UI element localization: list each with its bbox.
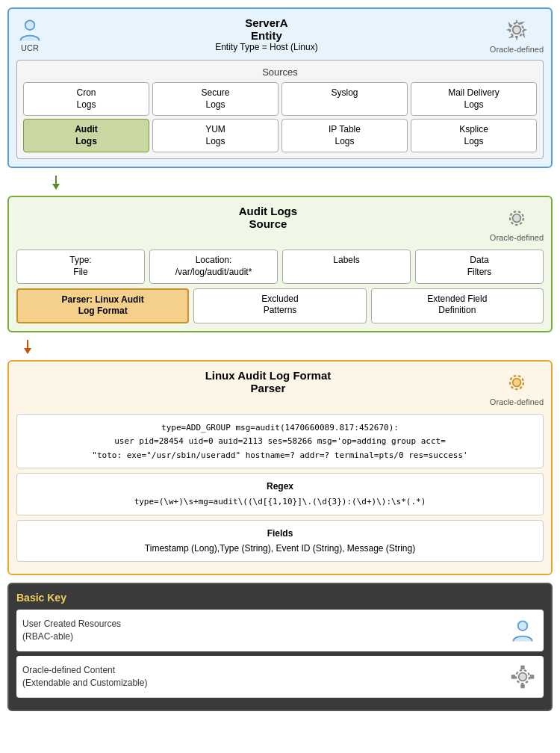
key-person-svg (509, 617, 536, 644)
svg-marker-5 (52, 184, 60, 190)
svg-rect-18 (530, 675, 534, 678)
svg-rect-17 (511, 675, 515, 678)
excluded-patterns[interactable]: ExcludedPatterns (193, 288, 366, 323)
parser-box-header: Linux Audit Log Format Parser Oracle-def… (16, 369, 544, 406)
svg-point-13 (519, 672, 527, 681)
entity-type: Entity Type = Host (Linux) (43, 42, 490, 52)
sources-section: Sources CronLogs SecureLogs Syslog Mail … (16, 60, 544, 159)
oracle-defined-entity-label: Oracle-defined (490, 45, 544, 54)
key-person-icon (508, 616, 538, 645)
parser-oracle-section: Oracle-defined (490, 369, 544, 406)
prop-location[interactable]: Location:/var/log/audit/audit* (149, 250, 278, 283)
source-ksplice-logs[interactable]: KspliceLogs (411, 119, 537, 152)
source-audit-logs[interactable]: AuditLogs (23, 119, 149, 152)
parser-fields-item: Fields Timestamp (Long),Type (String), E… (16, 520, 544, 562)
svg-point-12 (518, 621, 528, 630)
extended-field-definition[interactable]: Extended FieldDefinition (371, 288, 544, 323)
audit-source-title: Audit Logs Source (46, 205, 490, 230)
basic-key-box: Basic Key User Created Resources(RBAC-ab… (7, 583, 553, 711)
prop-data-filters[interactable]: DataFilters (415, 250, 544, 283)
audit-source-oracle-section: Oracle-defined (490, 205, 544, 242)
audit-to-parser-arrow (7, 340, 553, 359)
source-ip-table-logs[interactable]: IP TableLogs (281, 119, 408, 152)
source-yum-logs[interactable]: YUMLogs (152, 119, 279, 152)
oracle-defined-section: Oracle-defined (490, 16, 544, 54)
sources-grid: CronLogs SecureLogs Syslog Mail Delivery… (23, 82, 537, 152)
source-secure-logs[interactable]: SecureLogs (152, 82, 279, 116)
entity-label: Entity (43, 29, 490, 42)
entity-to-audit-arrow (7, 176, 553, 194)
parser-regex-item: Regex type=(\w+)\s+mg=audit\((\d[{1,10}]… (16, 473, 544, 515)
svg-rect-16 (520, 684, 524, 688)
orange-down-arrow-icon (22, 340, 33, 355)
audit-source-gear-icon (503, 205, 530, 232)
parser-linux-audit[interactable]: Parser: Linux AuditLog Format (16, 288, 189, 323)
gear-icon (503, 16, 530, 43)
source-syslog[interactable]: Syslog (281, 82, 408, 116)
source-props-row: Type:File Location:/var/log/audit/audit*… (16, 250, 544, 283)
entity-header: UCR ServerA Entity Entity Type = Host (L… (16, 16, 544, 54)
source-cron-logs[interactable]: CronLogs (23, 82, 149, 116)
key-gear-icon (508, 662, 538, 692)
svg-point-0 (25, 20, 35, 30)
ucr-section: UCR (16, 16, 43, 52)
prop-type[interactable]: Type:File (16, 250, 145, 283)
ucr-label: UCR (21, 43, 39, 52)
diagram-container: UCR ServerA Entity Entity Type = Host (L… (7, 7, 553, 711)
svg-rect-15 (520, 665, 524, 669)
parser-box: Linux Audit Log Format Parser Oracle-def… (7, 360, 553, 575)
parser-oracle-label: Oracle-defined (490, 397, 544, 406)
parser-box-title: Linux Audit Log Format Parser (46, 369, 490, 394)
entity-title: ServerA Entity Entity Type = Host (Linux… (43, 16, 490, 52)
entity-box: UCR ServerA Entity Entity Type = Host (L… (7, 7, 553, 168)
parser-sample-text: type=ADD_GROUP msg=audit(1470660089.817:… (16, 414, 544, 469)
person-icon (16, 16, 43, 43)
parser-gear-icon (503, 369, 530, 396)
svg-point-10 (513, 378, 521, 386)
key-ucr-label: User Created Resources(RBAC-able) (22, 618, 508, 643)
key-item-ucr: User Created Resources(RBAC-able) (16, 610, 544, 651)
source-parser-row: Parser: Linux AuditLog Format ExcludedPa… (16, 288, 544, 323)
audit-source-oracle-label: Oracle-defined (490, 233, 544, 242)
key-oracle-label: Oracle-defined Content(Extendable and Cu… (22, 664, 508, 690)
sources-title: Sources (23, 66, 537, 78)
prop-labels[interactable]: Labels (282, 250, 411, 283)
svg-point-6 (513, 214, 521, 223)
key-item-oracle: Oracle-defined Content(Extendable and Cu… (16, 656, 544, 698)
basic-key-title: Basic Key (16, 592, 544, 604)
server-name: ServerA (43, 16, 490, 29)
audit-source-header: Audit Logs Source Oracle-defined (16, 205, 544, 242)
down-arrow-icon (51, 176, 61, 190)
audit-source-box: Audit Logs Source Oracle-defined Type:Fi… (7, 196, 553, 332)
key-gear-svg (509, 663, 536, 690)
source-mail-delivery-logs[interactable]: Mail DeliveryLogs (411, 82, 537, 116)
svg-marker-9 (24, 348, 31, 354)
